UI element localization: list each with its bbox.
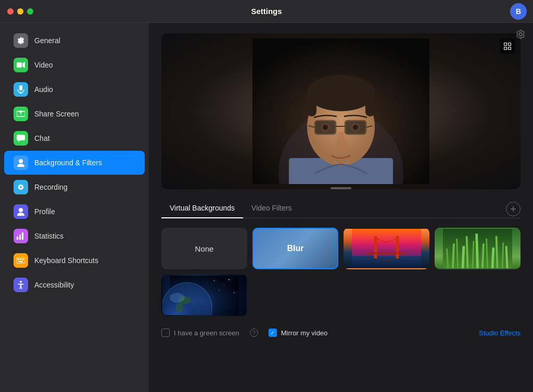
- svg-rect-3: [19, 85, 22, 90]
- mirror-video-option[interactable]: ✓ Mirror my video: [269, 329, 328, 337]
- accessibility-icon: [14, 278, 28, 292]
- svg-point-71: [224, 285, 224, 285]
- svg-rect-45: [509, 43, 511, 46]
- sidebar-item-recording[interactable]: Recording: [4, 175, 145, 199]
- svg-point-81: [170, 293, 185, 303]
- background-bridge[interactable]: [344, 228, 429, 269]
- background-none-label: None: [195, 244, 214, 253]
- svg-line-65: [492, 247, 493, 268]
- add-background-button[interactable]: [506, 202, 521, 216]
- svg-rect-52: [374, 236, 377, 258]
- svg-marker-9: [18, 140, 20, 142]
- sidebar-item-audio[interactable]: Audio: [4, 77, 145, 101]
- background-none[interactable]: None: [161, 228, 247, 269]
- general-icon: [14, 33, 28, 48]
- sidebar-label-chat: Chat: [34, 134, 50, 142]
- background-grass[interactable]: [435, 228, 521, 269]
- expand-icon: [504, 43, 511, 50]
- svg-line-59: [463, 246, 464, 268]
- traffic-lights: [7, 8, 33, 15]
- tab-virtual-backgrounds[interactable]: Virtual Backgrounds: [161, 200, 243, 218]
- sidebar-label-background-filters: Background & Filters: [34, 159, 102, 167]
- video-icon: [14, 58, 28, 72]
- person-svg: [252, 38, 429, 184]
- backgrounds-grid: None Blur: [161, 228, 521, 316]
- bottom-options: I have a green screen ? ✓ Mirror my vide…: [161, 329, 521, 337]
- svg-rect-33: [307, 93, 316, 116]
- sidebar-label-keyboard-shortcuts: Keyboard Shortcuts: [34, 256, 98, 265]
- green-screen-option[interactable]: I have a green screen: [161, 329, 239, 337]
- background-blur[interactable]: Blur: [252, 228, 338, 269]
- resize-handle[interactable]: [331, 187, 351, 189]
- svg-rect-1: [17, 62, 22, 68]
- mirror-video-checkbox[interactable]: ✓: [269, 329, 277, 337]
- green-screen-checkbox[interactable]: [161, 329, 170, 337]
- sidebar-item-profile[interactable]: Profile: [4, 200, 145, 224]
- studio-effects-button[interactable]: Studio Effects: [479, 329, 521, 337]
- svg-line-57: [453, 244, 454, 269]
- plus-icon: [510, 206, 516, 212]
- sidebar-item-video[interactable]: Video: [4, 53, 145, 77]
- title-bar: Settings B: [0, 0, 533, 23]
- svg-line-68: [506, 246, 507, 268]
- svg-rect-21: [19, 261, 23, 263]
- sidebar-item-share-screen[interactable]: Share Screen: [4, 102, 145, 126]
- sidebar-item-statistics[interactable]: Statistics: [4, 224, 145, 248]
- sidebar-item-background-filters[interactable]: Background & Filters: [4, 151, 145, 175]
- maximize-button[interactable]: [27, 8, 33, 15]
- video-preview: [161, 33, 521, 189]
- svg-line-64: [487, 239, 488, 268]
- svg-line-63: [483, 244, 484, 269]
- svg-line-58: [457, 239, 458, 268]
- svg-point-80: [175, 303, 183, 312]
- svg-rect-8: [17, 135, 25, 140]
- sidebar-item-general[interactable]: General: [4, 29, 145, 53]
- chat-icon: [14, 131, 28, 146]
- svg-rect-18: [18, 258, 19, 260]
- sidebar-item-chat[interactable]: Chat: [4, 126, 145, 150]
- svg-marker-7: [19, 110, 23, 114]
- expand-button[interactable]: [500, 38, 515, 54]
- sidebar-item-accessibility[interactable]: Accessibility: [4, 273, 145, 297]
- svg-point-12: [20, 186, 22, 188]
- sidebar: General Video Audio: [0, 23, 149, 392]
- earth-image: [162, 276, 246, 315]
- svg-point-72: [229, 279, 230, 280]
- svg-point-41: [323, 125, 328, 130]
- svg-point-22: [20, 281, 22, 283]
- right-gear-button[interactable]: [515, 29, 526, 42]
- svg-rect-46: [504, 47, 507, 50]
- sidebar-label-general: General: [34, 36, 60, 45]
- statistics-icon: [14, 229, 28, 243]
- svg-rect-34: [365, 93, 375, 116]
- video-person: [161, 33, 521, 189]
- recording-icon: [14, 180, 28, 194]
- svg-line-60: [467, 236, 468, 268]
- keyboard-shortcuts-icon: [14, 253, 28, 268]
- tab-video-filters[interactable]: Video Filters: [243, 200, 300, 218]
- content-area: Virtual Backgrounds Video Filters None B…: [149, 23, 533, 392]
- svg-rect-16: [22, 232, 23, 240]
- audio-icon: [14, 82, 28, 97]
- svg-rect-44: [504, 43, 507, 46]
- svg-point-70: [214, 280, 215, 281]
- svg-point-13: [19, 208, 23, 212]
- minimize-button[interactable]: [17, 8, 23, 15]
- sidebar-label-share-screen: Share Screen: [34, 110, 79, 118]
- avatar[interactable]: B: [510, 3, 527, 20]
- green-screen-info[interactable]: ?: [250, 329, 258, 337]
- profile-icon: [14, 204, 28, 219]
- green-screen-label: I have a green screen: [174, 329, 239, 337]
- sidebar-label-recording: Recording: [34, 183, 68, 191]
- svg-point-10: [19, 159, 23, 163]
- svg-point-74: [234, 292, 235, 293]
- grass-image: [436, 229, 519, 268]
- close-button[interactable]: [7, 8, 14, 15]
- svg-rect-17: [17, 257, 25, 264]
- sidebar-item-keyboard-shortcuts[interactable]: Keyboard Shortcuts: [4, 249, 145, 272]
- svg-line-67: [502, 243, 503, 268]
- svg-marker-2: [22, 62, 25, 68]
- svg-line-66: [497, 236, 498, 268]
- svg-line-24: [21, 285, 22, 289]
- background-earth[interactable]: [161, 275, 247, 316]
